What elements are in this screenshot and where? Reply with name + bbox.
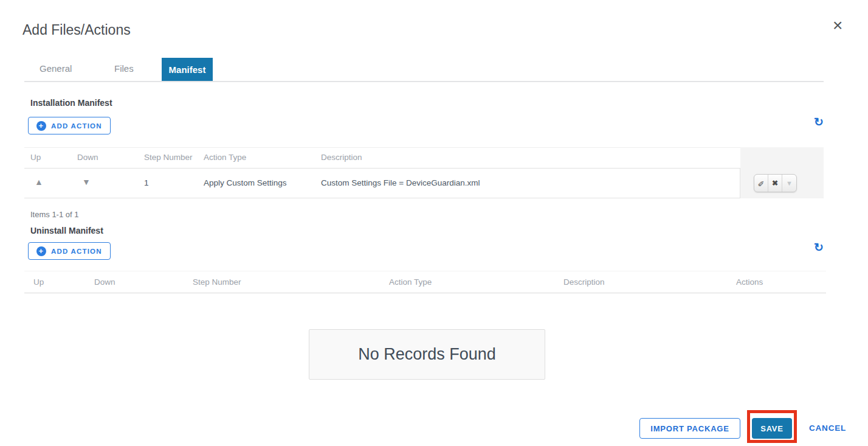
installation-manifest-heading: Installation Manifest xyxy=(30,98,112,108)
no-records-text: No Records Found xyxy=(358,345,496,364)
items-count: Items 1-1 of 1 xyxy=(30,210,78,219)
refresh-icon-uninstall[interactable]: ↻ xyxy=(814,242,824,253)
column-header-down: Down xyxy=(77,153,98,162)
add-files-actions-dialog: Add Files/Actions × General Files Manife… xyxy=(0,0,868,446)
column-header-description: Description xyxy=(563,277,605,287)
move-down-icon: ▼ xyxy=(786,179,793,187)
uninstall-manifest-heading: Uninstall Manifest xyxy=(30,226,103,235)
cell-step-number: 1 xyxy=(144,178,149,187)
column-header-up: Up xyxy=(33,277,44,287)
tab-manifest[interactable]: Manifest xyxy=(162,58,213,81)
no-records-box: No Records Found xyxy=(309,329,545,380)
move-up-icon[interactable]: ▲ xyxy=(35,178,43,186)
tab-files[interactable]: Files xyxy=(114,63,134,74)
add-action-label: ADD ACTION xyxy=(51,248,102,255)
column-header-action-type: Action Type xyxy=(389,277,432,287)
delete-button[interactable]: ✖ xyxy=(768,175,782,192)
save-button[interactable]: SAVE xyxy=(752,418,792,439)
tabs-underline xyxy=(24,81,824,82)
column-header-step-number: Step Number xyxy=(193,277,241,287)
edit-icon: ✎ xyxy=(758,179,765,188)
cell-description: Custom Settings File = DeviceGuardian.xm… xyxy=(321,178,480,187)
close-icon[interactable]: × xyxy=(833,17,842,34)
import-package-button[interactable]: IMPORT PACKAGE xyxy=(639,418,740,439)
add-action-button-uninstall[interactable]: + ADD ACTION xyxy=(28,242,111,260)
column-header-action-type: Action Type xyxy=(204,153,246,162)
column-header-description: Description xyxy=(321,153,362,162)
column-header-actions: Actions xyxy=(736,277,763,287)
table-row: ▲ ▼ 1 Apply Custom Settings Custom Setti… xyxy=(24,169,740,198)
move-down-icon[interactable]: ▼ xyxy=(82,178,91,186)
plus-icon: + xyxy=(36,246,46,256)
column-header-step-number: Step Number xyxy=(144,153,193,162)
plus-icon: + xyxy=(36,121,46,131)
delete-icon: ✖ xyxy=(772,179,778,187)
refresh-icon-installation[interactable]: ↻ xyxy=(814,116,824,128)
column-header-up: Up xyxy=(30,153,41,162)
edit-button[interactable]: ✎ xyxy=(754,175,768,192)
cell-action-type: Apply Custom Settings xyxy=(204,178,287,187)
move-down-button-disabled[interactable]: ▼ xyxy=(782,175,796,192)
uninstall-table-header: Up Down Step Number Action Type Descript… xyxy=(24,271,826,293)
add-action-label: ADD ACTION xyxy=(51,122,102,130)
add-action-button-installation[interactable]: + ADD ACTION xyxy=(28,117,111,134)
tab-general[interactable]: General xyxy=(40,63,72,74)
installation-table-header: Up Down Step Number Action Type Descript… xyxy=(24,147,740,169)
row-action-buttons: ✎ ✖ ▼ xyxy=(754,174,797,192)
installation-manifest-table: Up Down Step Number Action Type Descript… xyxy=(24,147,824,198)
page-title: Add Files/Actions xyxy=(22,22,131,38)
column-header-down: Down xyxy=(94,277,115,287)
cancel-button[interactable]: CANCEL xyxy=(809,423,846,433)
